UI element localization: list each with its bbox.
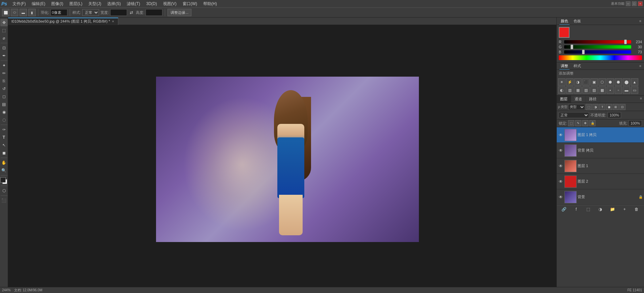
menu-help[interactable]: 帮助(H) (201, 0, 220, 7)
marquee-rect-btn[interactable]: ⬜ (2, 9, 9, 16)
crop-tool[interactable]: ⊡ (0, 44, 8, 52)
adj-curves-btn[interactable]: ◑ (574, 78, 582, 86)
menu-file[interactable]: 文件(F) (10, 0, 28, 7)
adj-bw-btn[interactable]: ⬣ (615, 78, 622, 86)
minimize-btn[interactable]: ─ (626, 1, 631, 6)
add-style-btn[interactable]: f (573, 206, 580, 212)
marquee-ellipse-btn[interactable]: ⬭ (11, 9, 18, 16)
brush-tool[interactable]: ✏ (0, 70, 8, 77)
layer-visibility-bgcopy[interactable]: 👁 (558, 148, 563, 153)
document-tab[interactable]: t010febb2b0d5b3ee50.jpg @ 244% (图层 1 拷贝,… (8, 18, 118, 25)
eyedropper-tool[interactable]: ✒ (0, 52, 8, 59)
adj-levels-btn[interactable]: ⚡ (566, 78, 574, 86)
add-mask-btn[interactable]: ⬚ (585, 206, 592, 212)
spot-heal-tool[interactable]: ✦ (0, 62, 8, 69)
height-input[interactable] (146, 9, 162, 16)
r-slider[interactable] (564, 40, 631, 44)
lock-all-btn[interactable]: 🔒 (589, 120, 595, 126)
filter-adj-btn[interactable]: ◑ (592, 104, 599, 110)
menu-3d[interactable]: 3D(D) (144, 1, 160, 7)
layers-panel-menu-btn[interactable]: ≡ (638, 96, 644, 103)
filter-shape-btn[interactable]: ◼ (606, 104, 612, 110)
lock-artboard-btn[interactable]: ✥ (582, 120, 588, 126)
adj-posterize-btn[interactable]: ▦ (574, 86, 582, 94)
r-thumb[interactable] (624, 39, 627, 44)
new-fill-adj-btn[interactable]: ◑ (597, 206, 604, 212)
adjust-edge-btn[interactable]: 调整边缘... (167, 9, 191, 16)
layers-tab[interactable]: 图层 (557, 96, 571, 103)
styles-tab[interactable]: 样式 (572, 63, 582, 69)
close-btn[interactable]: × (638, 1, 643, 6)
active-color-swatch[interactable] (559, 27, 570, 38)
eraser-tool[interactable]: ◻ (0, 93, 8, 100)
new-layer-btn[interactable]: + (621, 206, 628, 212)
screen-mode-btn[interactable]: ⬛ (0, 197, 8, 204)
zoom-tool[interactable]: 🔍 (0, 167, 8, 174)
adj-extra4-btn[interactable]: ▭ (631, 86, 638, 94)
kind-select[interactable]: 类型 (568, 104, 585, 110)
delete-layer-btn[interactable]: 🗑 (633, 206, 640, 212)
marquee-row-btn[interactable]: ▬ (20, 9, 27, 16)
menu-type[interactable]: 关型(J) (86, 0, 104, 7)
link-layers-btn[interactable]: 🔗 (561, 206, 568, 212)
swatches-tab[interactable]: 色板 (572, 18, 582, 24)
layer-visibility-layer1[interactable]: 👁 (558, 163, 563, 169)
layer-row-bgcopy[interactable]: 👁 背景 拷贝 (557, 143, 644, 158)
filter-pixel-btn[interactable]: ⬚ (586, 104, 592, 110)
swap-dimensions-btn[interactable]: ⇄ (128, 9, 134, 16)
shape-tool[interactable]: ◼ (0, 149, 8, 157)
adj-vibrance-btn[interactable]: ▣ (590, 78, 598, 86)
tab-close-btn[interactable]: × (111, 20, 115, 23)
adj-tab[interactable]: 调整 (559, 63, 570, 70)
hand-tool[interactable]: ✋ (0, 159, 8, 166)
layer-row-layer1copy[interactable]: 👁 图层 1 拷贝 (557, 127, 644, 143)
type-tool[interactable]: T (0, 134, 8, 141)
adj-brightness-btn[interactable]: ☀ (558, 78, 565, 86)
lock-pixels-btn[interactable]: ⬚ (568, 120, 574, 126)
marquee-col-btn[interactable]: ▮ (28, 9, 36, 16)
foreground-color[interactable] (0, 177, 6, 183)
move-tool[interactable]: ✥ (0, 19, 8, 26)
menu-edit[interactable]: 编辑(E) (29, 0, 48, 7)
adj-color-lookup-btn[interactable]: ◐ (558, 86, 565, 94)
adj-colorbalance-btn[interactable]: ⬢ (607, 78, 614, 86)
adj-panel-menu-btn[interactable]: ≡ (639, 64, 641, 68)
adj-extra1-btn[interactable]: ▪ (607, 86, 614, 94)
opacity-input[interactable] (608, 112, 621, 118)
adj-photo-filter-btn[interactable]: ⬤ (623, 78, 630, 86)
b-thumb[interactable] (582, 50, 585, 54)
blur-tool[interactable]: ◉ (0, 108, 8, 116)
canvas-content[interactable] (8, 25, 556, 287)
adj-exposure-btn[interactable]: ⬛ (582, 78, 590, 86)
color-spectrum[interactable] (559, 55, 642, 60)
filter-smart-btn[interactable]: ⊞ (613, 104, 619, 110)
layer-visibility-layer2[interactable]: 👁 (558, 179, 563, 184)
adj-extra3-btn[interactable]: ▬ (623, 86, 630, 94)
feather-input[interactable] (51, 9, 67, 16)
width-input[interactable] (110, 9, 127, 16)
layer-visibility-layer1copy[interactable]: 👁 (558, 132, 563, 138)
adj-channel-mixer-btn[interactable]: ▲ (631, 78, 638, 86)
lasso-tool[interactable]: ⌀ (0, 34, 8, 42)
b-slider[interactable] (564, 50, 631, 54)
pen-tool[interactable]: ✑ (0, 126, 8, 133)
adj-threshold-btn[interactable]: ▧ (582, 86, 590, 94)
new-group-btn[interactable]: 📁 (609, 206, 616, 212)
menu-select[interactable]: 选择(S) (104, 0, 123, 7)
quick-mask-tool[interactable]: ⬡ (0, 187, 8, 194)
paths-tab[interactable]: 路径 (586, 96, 600, 103)
filter-type-btn[interactable]: T (599, 104, 605, 110)
layer-row-layer1[interactable]: 👁 图层 1 (557, 158, 644, 174)
gradient-tool[interactable]: ▤ (0, 101, 8, 108)
layer-row-layer2[interactable]: 👁 图层 2 (557, 174, 644, 189)
selection-tool[interactable]: ⬚ (0, 27, 8, 34)
g-thumb[interactable] (571, 45, 573, 49)
layer-row-bg[interactable]: 👁 背景 🔒 (557, 189, 644, 205)
path-select-tool[interactable]: ↖ (0, 141, 8, 149)
adj-hue-btn[interactable]: ⬡ (599, 78, 606, 86)
dodge-tool[interactable]: ◌ (0, 116, 8, 124)
menu-window[interactable]: 窗口(W) (180, 0, 200, 7)
maximize-btn[interactable]: □ (632, 1, 637, 6)
color-panel-menu-btn[interactable]: ≡ (639, 19, 641, 23)
history-brush-tool[interactable]: ↺ (0, 85, 8, 92)
